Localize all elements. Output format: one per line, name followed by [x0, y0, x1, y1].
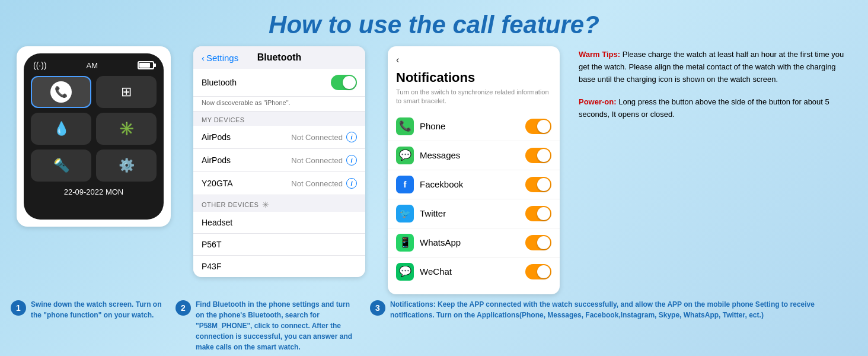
twitter-app-name: Twitter [420, 208, 446, 218]
wifi-icon: ((·)) [33, 61, 47, 70]
wechat-toggle[interactable] [525, 264, 551, 279]
notifications-section: ‹ Notifications Turn on the switch to sy… [382, 46, 566, 294]
flashlight-icon: 🔦 [53, 158, 69, 173]
step-1-text: Swine down the watch screen. Turn on the… [31, 299, 165, 320]
brightness-icon: ✳️ [119, 121, 135, 136]
phone-app-icon: 📞 [396, 117, 414, 135]
other-devices-header: OTHER DEVICES ✳ [193, 195, 365, 212]
step-2-circle: 2 [175, 300, 191, 316]
device-status-y20gta: Not Connected i [291, 178, 357, 189]
power-on-body: Long press the button above the side of … [579, 97, 829, 119]
info-button-airpods-2[interactable]: i [346, 155, 357, 166]
watch-screen: ((·)) AM 📞 ⊞ 💧 [24, 53, 164, 220]
bluetooth-nav-title: Bluetooth [257, 52, 302, 63]
bluetooth-card: ‹ Settings Bluetooth Bluetooth Now disco… [193, 46, 365, 277]
content-row: ((·)) AM 📞 ⊞ 💧 [0, 46, 868, 294]
whatsapp-toggle[interactable] [525, 235, 551, 250]
device-name-y20gta: Y20GTA [202, 179, 233, 188]
watch-brightness-button[interactable]: ✳️ [96, 113, 157, 145]
info-button-airpods-1[interactable]: i [346, 132, 357, 142]
battery-icon [138, 61, 154, 69]
water-icon: 💧 [53, 121, 69, 136]
watch-water-button[interactable]: 💧 [31, 113, 91, 145]
step-3-circle: 3 [370, 300, 385, 316]
bluetooth-toggle-row: Bluetooth [193, 69, 365, 97]
bluetooth-section: ‹ Settings Bluetooth Bluetooth Now disco… [187, 46, 371, 277]
settings-icon: ⚙️ [119, 158, 135, 173]
facebook-app-name: Facekbook [420, 179, 463, 189]
notif-back-button[interactable]: ‹ [388, 55, 560, 68]
watch-phone-button[interactable]: 📞 [31, 76, 91, 108]
wechat-app-name: WeChat [420, 266, 452, 276]
nav-back-button[interactable]: ‹ Settings [202, 53, 238, 63]
settings-link: Settings [206, 53, 238, 63]
watch-settings-button[interactable]: ⚙️ [96, 150, 157, 182]
bluetooth-label: Bluetooth [202, 78, 237, 87]
steps-bottom-row: 1 Swine down the watch screen. Turn on t… [0, 294, 868, 352]
step-3-number: 3 [375, 303, 380, 313]
notifications-card: ‹ Notifications Turn on the switch to sy… [388, 46, 560, 294]
step-3-text: Notifications: Keep the APP connected wi… [390, 299, 857, 320]
notifications-title: Notifications [388, 68, 560, 87]
watch-contacts-button[interactable]: ⊞ [96, 76, 157, 108]
airpods-row-2: AirPods Not Connected i [193, 149, 365, 172]
bluetooth-discoverable-text: Now discoverable as "iPhone". [193, 97, 365, 112]
step-3-container: 3 Notifications: Keep the APP connected … [370, 299, 857, 352]
page-container: How to use the call feature? ((·)) AM 📞 [0, 0, 868, 352]
power-on-paragraph: Power-on: Long press the button above th… [579, 96, 854, 121]
bluetooth-toggle[interactable] [331, 75, 357, 90]
whatsapp-app-name: WhatsApp [420, 237, 461, 247]
warm-tips-label: Warm Tips: [579, 50, 620, 59]
y20gta-row: Y20GTA Not Connected i [193, 172, 365, 195]
wechat-app-icon: 💬 [396, 263, 414, 281]
airpods-row-1: AirPods Not Connected i [193, 126, 365, 149]
watch-top-bar: ((·)) AM [28, 59, 159, 71]
notif-phone-row: 📞 Phone [388, 112, 560, 141]
phone-toggle[interactable] [525, 119, 551, 134]
messages-app-name: Messages [420, 150, 460, 160]
power-on-label: Power-on: [579, 97, 617, 106]
step-2-number: 2 [181, 303, 186, 313]
messages-app-icon: 💬 [396, 147, 414, 164]
phone-nav-bar: ‹ Settings Bluetooth [193, 46, 365, 69]
notif-facebook-row: f Facekbook [388, 170, 560, 199]
page-title: How to use the call feature? [0, 0, 868, 46]
back-chevron-icon: ‹ [202, 53, 205, 63]
notif-whatsapp-row: 📱 WhatsApp [388, 228, 560, 258]
watch-section: ((·)) AM 📞 ⊞ 💧 [11, 46, 177, 227]
headset-row[interactable]: Headset [193, 212, 365, 234]
device-name-airpods-2: AirPods [202, 155, 231, 165]
device-status-airpods-2: Not Connected i [291, 155, 357, 166]
spinner-icon: ✳ [262, 200, 270, 209]
messages-toggle[interactable] [525, 148, 551, 163]
watch-card: ((·)) AM 📞 ⊞ 💧 [17, 46, 171, 227]
watch-apps-grid: 📞 ⊞ 💧 ✳️ 🔦 [28, 76, 159, 182]
facebook-toggle[interactable] [525, 177, 551, 192]
device-name-airpods-1: AirPods [202, 132, 231, 142]
watch-flashlight-button[interactable]: 🔦 [31, 150, 91, 182]
notifications-subtitle: Turn on the switch to synchronize relate… [388, 87, 560, 112]
twitter-app-icon: 🐦 [396, 205, 414, 223]
tips-section: Warm Tips: Please charge the watch at le… [576, 46, 857, 121]
phone-icon: 📞 [50, 81, 72, 103]
twitter-toggle[interactable] [525, 206, 551, 221]
step-1-container: 1 Swine down the watch screen. Turn on t… [11, 299, 165, 352]
notif-wechat-row: 💬 WeChat [388, 258, 560, 286]
device-status-airpods-1: Not Connected i [291, 132, 357, 142]
step-1-number: 1 [16, 303, 21, 313]
warm-tips-paragraph: Warm Tips: Please charge the watch at le… [579, 49, 854, 85]
facebook-app-icon: f [396, 176, 414, 193]
phone-app-name: Phone [420, 121, 445, 131]
step-2-text: Find Bluetooth in the phone settings and… [196, 299, 359, 352]
watch-time: AM [87, 61, 98, 70]
step-1-circle: 1 [11, 300, 26, 316]
notif-messages-row: 💬 Messages [388, 141, 560, 170]
p56t-row[interactable]: P56T [193, 234, 365, 256]
watch-date: 22-09-2022 MON [64, 187, 123, 196]
info-button-y20gta[interactable]: i [346, 178, 357, 189]
whatsapp-app-icon: 📱 [396, 234, 414, 252]
my-devices-header: MY DEVICES [193, 112, 365, 126]
contacts-icon: ⊞ [121, 84, 132, 100]
notif-twitter-row: 🐦 Twitter [388, 199, 560, 228]
p43f-row[interactable]: P43F [193, 256, 365, 277]
